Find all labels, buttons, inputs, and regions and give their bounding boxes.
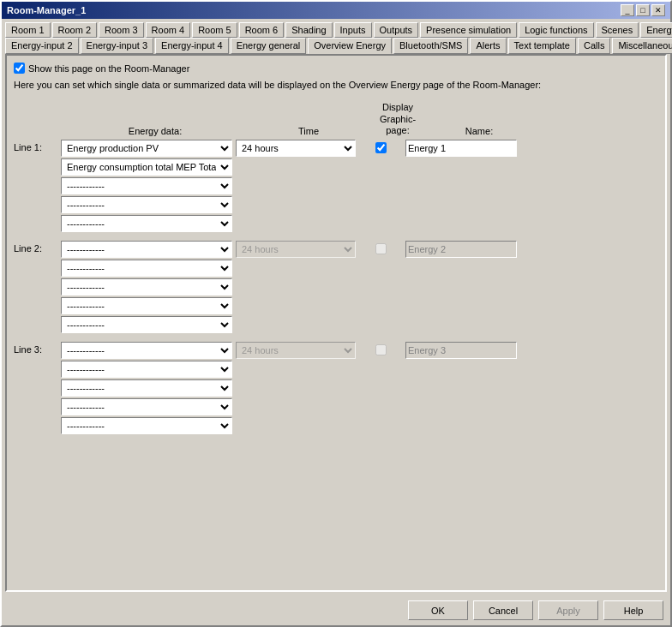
tab-inputs[interactable]: Inputs (334, 22, 372, 38)
tab-bluetooth-sms[interactable]: Bluetooth/SMS (393, 38, 468, 54)
column-headers: Energy data: Time DisplayGraphic-page: N… (65, 102, 658, 136)
line3-display-checkbox[interactable] (375, 344, 387, 355)
tab-outputs[interactable]: Outputs (374, 22, 419, 38)
line2-energy-select-3[interactable]: ------------ (61, 278, 232, 296)
tab-room2[interactable]: Room 2 (52, 22, 98, 38)
line1-row3: ------------ (61, 177, 658, 194)
line2-section: Line 2: ------------ 24 hours (14, 241, 658, 335)
ok-button[interactable]: OK (408, 600, 468, 620)
line2-energy-select-4[interactable]: ------------ (61, 297, 232, 314)
line1-display-checkbox[interactable] (375, 142, 387, 153)
line3-row4: ------------ (61, 398, 658, 415)
line2-display-cell (359, 243, 402, 254)
line2-row4: ------------ (61, 297, 658, 314)
window-title: Room-Manager_1 (7, 5, 86, 15)
line2-energy-select-2[interactable]: ------------ (61, 260, 232, 277)
line1-row5: ------------ (61, 215, 658, 232)
line2-controls: ------------ 24 hours ------------ (61, 241, 658, 335)
tab-row-1: Room 1 Room 2 Room 3 Room 4 Room 5 Room … (2, 19, 670, 38)
line3-row5: ------------ (61, 417, 658, 434)
title-bar: Room-Manager_1 _ □ ✕ (2, 2, 670, 19)
line2-row1: ------------ 24 hours (61, 241, 658, 258)
line3-display-cell (359, 344, 402, 355)
line1-name-input[interactable] (405, 140, 517, 157)
title-bar-buttons: _ □ ✕ (621, 4, 665, 16)
tab-text-template[interactable]: Text template (508, 38, 576, 54)
line3-row2: ------------ (61, 361, 658, 378)
line3-energy-select-2[interactable]: ------------ (61, 361, 232, 378)
show-page-row: Show this page on the Room-Manager (14, 63, 658, 74)
header-time: Time (245, 126, 372, 136)
line1-energy-select-2[interactable]: Energy consumption total MEP Total (61, 158, 232, 176)
line3-name-input[interactable] (405, 342, 517, 359)
line2-energy-select-1[interactable]: ------------ (61, 241, 232, 258)
tab-energy-input4[interactable]: Energy-input 4 (155, 38, 229, 54)
line3-energy-select-4[interactable]: ------------ (61, 398, 232, 415)
tab-energy-input2[interactable]: Energy-input 2 (5, 38, 79, 54)
tab-presence-simulation[interactable]: Presence simulation (420, 22, 517, 38)
line3-energy-select-3[interactable]: ------------ (61, 379, 232, 397)
line1-label: Line 1: (14, 140, 61, 234)
help-button[interactable]: Help (603, 600, 663, 620)
line1-energy-select-1[interactable]: Energy production PV (61, 140, 232, 157)
bottom-bar: OK Cancel Apply Help (2, 595, 670, 625)
line3-label: Line 3: (14, 342, 61, 436)
tab-energy-input3[interactable]: Energy-input 3 (81, 38, 154, 54)
main-window: Room-Manager_1 _ □ ✕ Room 1 Room 2 Room … (0, 0, 672, 627)
show-page-checkbox[interactable] (14, 63, 25, 74)
line1-row2: Energy consumption total MEP Total (61, 158, 658, 176)
line3-energy-select-1[interactable]: ------------ (61, 342, 232, 359)
cancel-button[interactable]: Cancel (473, 600, 533, 620)
tab-overview-energy[interactable]: Overview Energy (308, 38, 392, 54)
line2-row2: ------------ (61, 260, 658, 277)
header-name: Name: (423, 126, 535, 136)
tab-alerts[interactable]: Alerts (470, 38, 506, 54)
line3-energy-select-5[interactable]: ------------ (61, 417, 232, 434)
line1-energy-select-3[interactable]: ------------ (61, 177, 232, 194)
show-page-label: Show this page on the Room-Manager (28, 63, 189, 74)
tab-calls[interactable]: Calls (578, 38, 610, 54)
line1-energy-select-4[interactable]: ------------ (61, 196, 232, 213)
line1-row4: ------------ (61, 196, 658, 213)
line1-time-select[interactable]: 24 hours (236, 140, 356, 157)
tab-energy-general[interactable]: Energy general (231, 38, 307, 54)
line3-time-select[interactable]: 24 hours (236, 342, 356, 359)
tab-room6[interactable]: Room 6 (239, 22, 285, 38)
line3-section: Line 3: ------------ 24 hours (14, 342, 658, 436)
tab-room3[interactable]: Room 3 (99, 22, 144, 38)
line2-energy-select-5[interactable]: ------------ (61, 316, 232, 333)
tab-row-2: Energy-input 2 Energy-input 3 Energy-inp… (2, 38, 670, 54)
minimize-button[interactable]: _ (621, 4, 634, 16)
maximize-button[interactable]: □ (636, 4, 650, 16)
header-display-graphic: DisplayGraphic-page: (372, 102, 423, 136)
apply-button[interactable]: Apply (538, 600, 598, 620)
tab-shading[interactable]: Shading (285, 22, 332, 38)
line3-row1: ------------ 24 hours (61, 342, 658, 359)
line1-controls: Energy production PV 24 hours Energy con… (61, 140, 658, 234)
line2-label: Line 2: (14, 241, 61, 335)
line2-time-select[interactable]: 24 hours (236, 241, 356, 258)
line1-energy-select-5[interactable]: ------------ (61, 215, 232, 232)
tab-scenes[interactable]: Scenes (596, 22, 639, 38)
line2-row3: ------------ (61, 278, 658, 296)
tab-miscellaneous[interactable]: Miscellaneous (612, 38, 672, 54)
tab-energy-input1[interactable]: Energy-input 1 (640, 22, 672, 38)
tab-room4[interactable]: Room 4 (146, 22, 191, 38)
line1-row1: Energy production PV 24 hours (61, 140, 658, 157)
line3-controls: ------------ 24 hours ------------ (61, 342, 658, 436)
header-energy-data: Energy data: (65, 126, 245, 136)
line1-display-cell (359, 142, 402, 153)
line3-row3: ------------ (61, 379, 658, 397)
tab-logic-functions[interactable]: Logic functions (519, 22, 593, 38)
line2-row5: ------------ (61, 316, 658, 333)
line2-name-input[interactable] (405, 241, 517, 258)
close-button[interactable]: ✕ (651, 4, 665, 16)
line1-section: Line 1: Energy production PV 24 hours (14, 140, 658, 234)
line2-display-checkbox[interactable] (375, 243, 387, 254)
content-area: Show this page on the Room-Manager Here … (5, 54, 667, 592)
tab-room5[interactable]: Room 5 (192, 22, 237, 38)
description-text: Here you can set which single data or su… (14, 79, 658, 92)
tab-room1[interactable]: Room 1 (5, 22, 51, 38)
